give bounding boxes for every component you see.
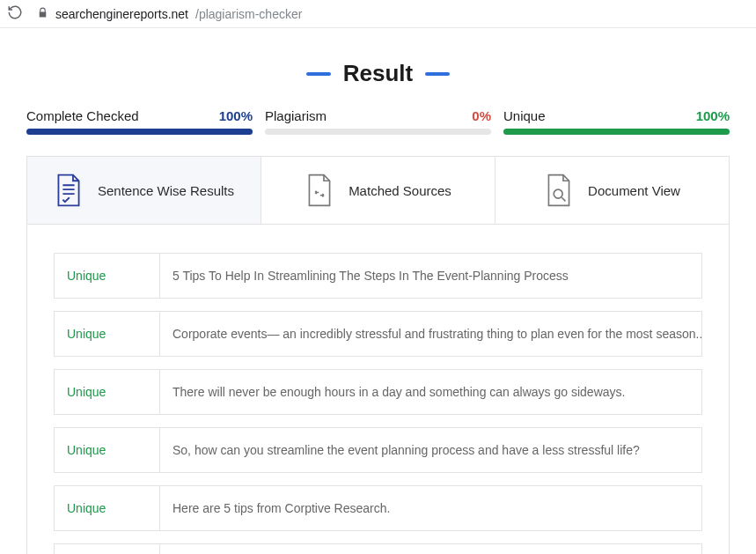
row-status: Unique [55,370,160,414]
stat-unique-bar [503,129,730,135]
results-panel: Unique 5 Tips To Help In Streamlining Th… [26,225,730,554]
url-path: /plagiarism-checker [195,7,302,21]
document-search-icon [544,174,574,207]
tab-sources-label: Matched Sources [349,183,451,198]
result-row[interactable]: Unique Here are 5 tips from Corptive Res… [54,485,702,531]
reload-icon[interactable] [7,4,23,23]
main-content: Result Complete Checked 100% Plagiarism … [0,28,756,554]
dash-right [425,72,450,76]
browser-toolbar: searchenginereports.net/plagiarism-check… [0,0,756,28]
stat-unique-value: 100% [696,108,730,123]
row-text: There will never be enough hours in a da… [160,370,701,414]
row-text: 5 Tips To Help In Streamlining The Steps… [160,254,701,298]
tab-matched-sources[interactable]: Matched Sources [261,157,495,224]
row-text: Here are 5 tips from Corptive Research. [160,486,701,530]
document-compare-icon [305,174,334,207]
row-text: So, how can you streamline the event pla… [160,428,701,472]
row-status: Unique [55,254,160,298]
dash-left [306,72,331,76]
stat-plagiarism-value: 0% [472,108,491,123]
stat-unique: Unique 100% [503,108,730,135]
stats-row: Complete Checked 100% Plagiarism 0% Uniq… [26,108,730,135]
stat-plagiarism-label: Plagiarism [265,108,327,123]
row-status: Unique [55,312,160,356]
url-host: searchenginereports.net [55,7,188,21]
row-status: Unique [55,428,160,472]
document-check-icon [54,174,84,207]
tab-document-label: Document View [588,183,680,198]
address-bar[interactable]: searchenginereports.net/plagiarism-check… [32,7,302,21]
stat-checked-bar [26,129,253,135]
stat-unique-label: Unique [503,108,546,123]
tabs: Sentence Wise Results Matched Sources Do… [26,156,730,225]
result-row[interactable]: Unique There will never be enough hours … [54,369,702,415]
stat-plagiarism: Plagiarism 0% [265,108,491,135]
row-status: Unique [55,544,160,554]
stat-checked-value: 100% [219,108,253,123]
stat-checked-label: Complete Checked [26,108,139,123]
tab-sentence-label: Sentence Wise Results [98,183,234,198]
stat-checked: Complete Checked 100% [26,108,253,135]
result-row[interactable]: Unique 5 Tips To Help In Streamlining Th… [54,253,702,299]
result-row[interactable]: Unique So, how can you streamline the ev… [54,427,702,473]
result-row[interactable]: Unique Corporate events— an incredibly s… [54,311,702,357]
tab-document-view[interactable]: Document View [495,157,729,224]
svg-point-0 [554,189,562,198]
result-row[interactable]: Unique Planning an event is such a monum… [54,543,702,554]
row-text: Planning an event is such a monumental t… [160,544,701,554]
row-status: Unique [55,486,160,530]
stat-plagiarism-bar [265,129,491,135]
tab-sentence-wise[interactable]: Sentence Wise Results [27,157,261,224]
result-header: Result [26,60,730,87]
lock-icon [37,7,48,21]
row-text: Corporate events— an incredibly stressfu… [160,312,701,356]
page-title: Result [343,60,413,87]
